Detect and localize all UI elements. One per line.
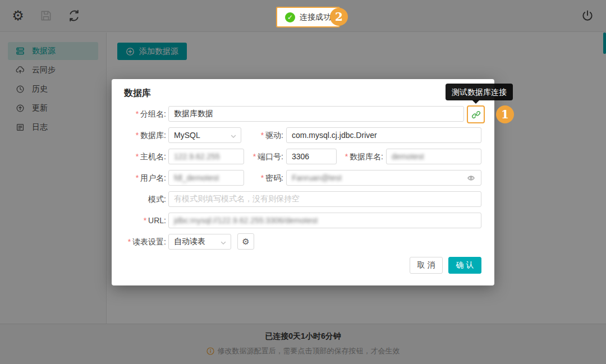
host-label: *主机名: bbox=[112, 149, 166, 164]
dbname-value: demotest bbox=[392, 152, 424, 161]
port-value: 3306 bbox=[292, 152, 309, 161]
app-window: ⚙ 数据源 云同步 历史 bbox=[0, 0, 606, 364]
read-table-label: *读表设置: bbox=[112, 234, 166, 250]
schema-label: 模式: bbox=[112, 191, 166, 207]
dbname-input[interactable]: demotest bbox=[386, 149, 481, 164]
driver-label: *驱动: bbox=[233, 127, 283, 143]
password-input[interactable]: Fanruan@test bbox=[286, 170, 481, 186]
host-value: 122.9.62.255 bbox=[174, 152, 220, 161]
test-connection-button[interactable] bbox=[467, 105, 485, 123]
password-value: Fanruan@test bbox=[292, 173, 342, 182]
link-icon bbox=[471, 110, 481, 119]
group-name-input[interactable]: 数据库数据 bbox=[168, 106, 464, 122]
read-table-value: 自动读表 bbox=[174, 237, 205, 247]
port-input[interactable]: 3306 bbox=[286, 149, 337, 164]
read-table-settings-button[interactable]: ⚙ bbox=[237, 233, 254, 250]
cancel-button[interactable]: 取 消 bbox=[410, 257, 443, 274]
toast-text: 连接成功 bbox=[300, 12, 331, 22]
confirm-button[interactable]: 确 认 bbox=[448, 257, 481, 274]
dialog-title: 数据库 bbox=[124, 87, 151, 99]
database-type-label: *数据库: bbox=[112, 127, 166, 143]
chevron-down-icon bbox=[220, 239, 227, 248]
driver-input[interactable]: com.mysql.cj.jdbc.Driver bbox=[286, 127, 481, 143]
database-dialog: 数据库 *分组名: 数据库数据 *数据库: MySQL *驱动: com.mys… bbox=[112, 79, 494, 285]
schema-placeholder: 有模式则填写模式名，没有则保持空 bbox=[174, 194, 300, 204]
url-value: jdbc:mysql://122.9.62.255:3306/demotest bbox=[174, 216, 318, 225]
password-label: *密码: bbox=[244, 170, 283, 186]
username-label: *用户名: bbox=[112, 170, 166, 186]
group-name-value: 数据库数据 bbox=[174, 109, 213, 119]
driver-value: com.mysql.cj.jdbc.Driver bbox=[292, 131, 377, 140]
username-value: fdl_demotest bbox=[174, 173, 219, 182]
step-2-marker: 2 bbox=[330, 8, 348, 26]
username-input[interactable]: fdl_demotest bbox=[168, 170, 244, 186]
password-visibility-toggle[interactable] bbox=[467, 174, 475, 182]
host-input[interactable]: 122.9.62.255 bbox=[168, 149, 244, 164]
dbname-label: *数据库名: bbox=[336, 149, 383, 164]
url-label: *URL: bbox=[112, 213, 166, 228]
step-1-marker: 1 bbox=[496, 105, 514, 123]
read-table-select[interactable]: 自动读表 bbox=[168, 234, 231, 250]
eye-icon bbox=[467, 174, 475, 182]
database-type-value: MySQL bbox=[174, 131, 200, 140]
gear-icon: ⚙ bbox=[242, 237, 249, 247]
test-connection-tooltip: 测试数据库连接 bbox=[446, 84, 513, 100]
group-name-label: *分组名: bbox=[112, 106, 166, 122]
tooltip-arrow bbox=[472, 100, 480, 108]
url-input[interactable]: jdbc:mysql://122.9.62.255:3306/demotest bbox=[168, 213, 481, 228]
success-check-icon: ✓ bbox=[285, 12, 295, 22]
port-label: *端口号: bbox=[244, 149, 283, 164]
database-type-select[interactable]: MySQL bbox=[168, 127, 241, 143]
schema-input[interactable]: 有模式则填写模式名，没有则保持空 bbox=[168, 191, 481, 207]
